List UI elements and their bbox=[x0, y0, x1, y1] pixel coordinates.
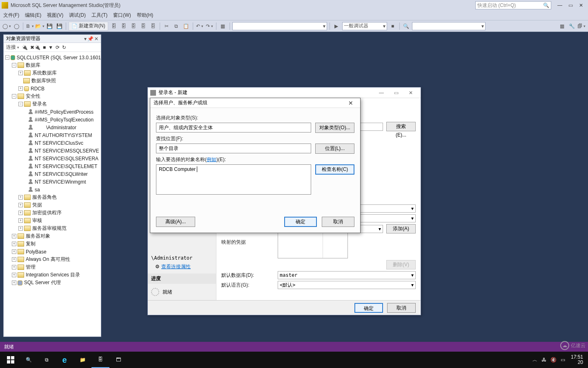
taskbar-search-icon[interactable]: 🔍 bbox=[20, 352, 38, 368]
close-button[interactable]: ✕ bbox=[576, 1, 586, 9]
panel-close-icon[interactable]: ✕ bbox=[94, 36, 98, 42]
redo-icon[interactable]: ↷ bbox=[205, 22, 214, 30]
tree-login-item[interactable]: NT SERVICE\SQLWriter bbox=[4, 170, 101, 178]
tray-volume-icon[interactable]: 🔇 bbox=[550, 357, 557, 363]
debugger-combo[interactable]: 一般调试器▾ bbox=[342, 22, 387, 30]
object-tree[interactable]: −SQLCLUSTER (SQL Server 13.0.1601 −数据库 +… bbox=[4, 52, 101, 337]
tree-rdcb[interactable]: +RDCB bbox=[4, 85, 101, 92]
stop-icon[interactable]: ■ bbox=[43, 45, 46, 50]
cut-icon[interactable]: ✂ bbox=[163, 22, 171, 30]
find-icon[interactable]: 🔍 bbox=[402, 22, 410, 30]
tree-serverroles[interactable]: +服务器角色 bbox=[4, 193, 101, 201]
tree-dbsnap[interactable]: 数据库快照 bbox=[4, 77, 101, 85]
login-ok-button[interactable]: 确定 bbox=[354, 303, 383, 313]
maximize-button[interactable]: ▭ bbox=[565, 1, 576, 9]
tree-login-item[interactable]: NT AUTHORITY\SYSTEM bbox=[4, 131, 101, 139]
example-link[interactable]: 例如 bbox=[207, 157, 216, 162]
default-lang-select[interactable]: <默认>▾ bbox=[278, 281, 416, 289]
tree-agent[interactable]: +SQL Server 代理 bbox=[4, 279, 101, 287]
panel-dropdown-icon[interactable]: ▾ bbox=[84, 36, 87, 42]
tree-polybase[interactable]: +PolyBase bbox=[4, 248, 101, 256]
tree-sysdb[interactable]: +系统数据库 bbox=[4, 69, 101, 77]
taskbar-explorer-icon[interactable]: 📁 bbox=[74, 352, 91, 368]
dialog-minimize-button[interactable]: — bbox=[374, 90, 389, 96]
paste-icon[interactable]: 📋 bbox=[182, 22, 190, 30]
tree-login-item[interactable]: ##MS_PolicyEventProcess bbox=[4, 108, 101, 116]
tree-iscat[interactable]: +Integration Services 目录 bbox=[4, 271, 101, 279]
tree-login-item[interactable]: NT SERVICE\Winmgmt bbox=[4, 178, 101, 186]
menu-edit[interactable]: 编辑(E) bbox=[25, 12, 41, 19]
view-connection-link[interactable]: 查看连接属性 bbox=[161, 264, 191, 269]
menu-help[interactable]: 帮助(H) bbox=[137, 12, 154, 19]
save-button[interactable]: 💾 bbox=[45, 22, 53, 30]
search-button[interactable]: 搜索(E)... bbox=[386, 122, 416, 131]
object-type-button[interactable]: 对象类型(O)... bbox=[315, 123, 354, 133]
copy-icon[interactable]: ⧉ bbox=[172, 22, 180, 30]
menu-file[interactable]: 文件(F) bbox=[3, 12, 19, 19]
panel-pin-icon[interactable]: 📌 bbox=[87, 36, 94, 42]
start-button[interactable] bbox=[2, 352, 20, 368]
connect-dropdown[interactable]: 连接 bbox=[6, 44, 19, 51]
nav-back-button[interactable]: ◯ bbox=[2, 22, 11, 30]
tree-login-item[interactable]: ##MS_PolicyTsqlExecution bbox=[4, 116, 101, 123]
check-names-button[interactable]: 检查名称(C) bbox=[315, 164, 354, 175]
tray-chevron-icon[interactable]: ︿ bbox=[532, 357, 537, 364]
menu-tools[interactable]: 工具(T) bbox=[91, 12, 107, 19]
tree-security[interactable]: −安全性 bbox=[4, 92, 101, 100]
tree-login-item[interactable]: NT SERVICE\SQLTELEMET bbox=[4, 162, 101, 170]
ext-icon-3[interactable]: 🗐 bbox=[577, 22, 586, 30]
taskbar-ssms-icon[interactable]: 🗄 bbox=[91, 352, 109, 368]
tree-audit[interactable]: +审核 bbox=[4, 217, 101, 224]
debug-stop-icon[interactable]: ■ bbox=[389, 22, 397, 30]
login-cancel-button[interactable]: 取消 bbox=[387, 303, 416, 313]
new-project-button[interactable]: 🗎 bbox=[26, 22, 34, 30]
nav-fwd-button[interactable]: ◯ bbox=[12, 22, 20, 30]
object-name-input[interactable]: RDCB Computer bbox=[156, 164, 311, 195]
minimize-button[interactable]: — bbox=[555, 1, 565, 9]
tree-servobj[interactable]: +服务器对象 bbox=[4, 232, 101, 240]
undo-icon[interactable]: ↶ bbox=[196, 22, 204, 30]
db-engine-query-icon[interactable]: 🗄 bbox=[110, 22, 118, 30]
tray-ime-icon[interactable]: ▭ bbox=[561, 357, 565, 363]
tree-databases[interactable]: −数据库 bbox=[4, 61, 101, 69]
tree-logins[interactable]: −登录名 bbox=[4, 100, 101, 108]
filter-icon[interactable]: ▼ bbox=[48, 45, 53, 50]
tree-crypto[interactable]: +加密提供程序 bbox=[4, 209, 101, 217]
location-button[interactable]: 位置(L)... bbox=[315, 144, 354, 154]
select-cancel-button[interactable]: 取消 bbox=[322, 217, 354, 227]
tree-repl[interactable]: +复制 bbox=[4, 240, 101, 248]
default-db-select[interactable]: master▾ bbox=[278, 271, 416, 279]
ext-icon-1[interactable]: ▦ bbox=[558, 22, 566, 30]
tree-servaudit[interactable]: +服务器审核规范 bbox=[4, 224, 101, 232]
tree-creds[interactable]: +凭据 bbox=[4, 201, 101, 209]
refresh-icon[interactable]: ⟳ bbox=[56, 45, 60, 50]
dmx-query-icon[interactable]: 🗄 bbox=[129, 22, 138, 30]
tree-mgmt[interactable]: +管理 bbox=[4, 263, 101, 271]
new-query-button[interactable]: 📄 新建查询(N) bbox=[69, 22, 108, 31]
tree-login-item[interactable]: NT SERVICE\ClusSvc bbox=[4, 139, 101, 147]
system-tray[interactable]: ︿ 🖧 🔇 ▭ bbox=[532, 357, 565, 364]
taskbar-clock[interactable]: 17:5120 bbox=[571, 355, 583, 365]
connect-icon[interactable]: 🔌 bbox=[22, 45, 28, 50]
tree-login-item[interactable]: \Administrator bbox=[4, 123, 101, 131]
menu-window[interactable]: 窗口(W) bbox=[113, 12, 131, 19]
open-button[interactable]: 📂 bbox=[36, 22, 44, 30]
dax-query-icon[interactable]: 🗄 bbox=[149, 22, 157, 30]
dialog-maximize-button[interactable]: ▭ bbox=[389, 90, 403, 96]
advanced-button[interactable]: 高级(A)... bbox=[156, 217, 195, 227]
search-combo[interactable]: ▾ bbox=[412, 22, 486, 30]
taskbar-ie-icon[interactable]: e bbox=[56, 352, 74, 368]
execute-icon[interactable]: ▶ bbox=[332, 22, 341, 30]
tree-server-node[interactable]: −SQLCLUSTER (SQL Server 13.0.1601 bbox=[4, 54, 101, 61]
select-dialog-close-button[interactable]: ✕ bbox=[345, 100, 357, 106]
tree-alwayson[interactable]: +Always On 高可用性 bbox=[4, 256, 101, 263]
tree-login-item[interactable]: NT SERVICE\MSSQLSERVE bbox=[4, 147, 101, 155]
ext-icon-2[interactable]: 🔧 bbox=[568, 22, 576, 30]
tree-login-item[interactable]: sa bbox=[4, 186, 101, 193]
menu-debug[interactable]: 调试(D) bbox=[69, 12, 86, 19]
dialog-close-button[interactable]: ✕ bbox=[403, 90, 418, 96]
menu-view[interactable]: 视图(V) bbox=[47, 12, 63, 19]
tree-login-item[interactable]: NT SERVICE\SQLSERVERA bbox=[4, 155, 101, 162]
xmla-query-icon[interactable]: 🗄 bbox=[139, 22, 147, 30]
save-all-button[interactable]: 💾 bbox=[55, 22, 63, 30]
